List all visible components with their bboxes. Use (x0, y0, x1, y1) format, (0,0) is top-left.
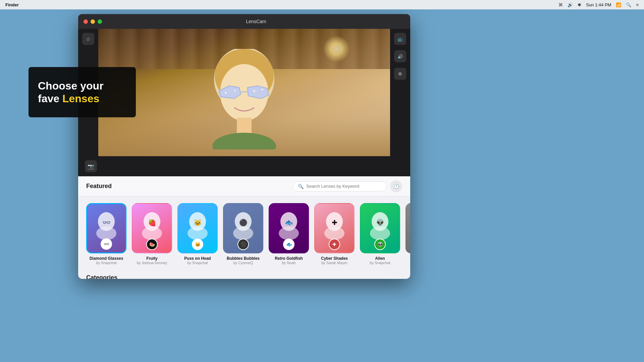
lens-name-cyber-shades: Cyber Shades (321, 256, 348, 261)
lens-author-puss-on-head: by Snapchat (187, 261, 208, 265)
promo-fave: fave (38, 93, 62, 105)
svg-text:✚: ✚ (332, 219, 337, 226)
bottom-controls: 📷 (78, 156, 410, 176)
featured-label: Featured (86, 183, 293, 190)
lens-author-fruity: by Joshua Kenney (137, 261, 167, 265)
lens-thumbnail-alien: 👽 👽 (360, 203, 400, 253)
lens-author-diamond-glasses: by Snapchat (96, 261, 116, 265)
lens-thumbnail-my-twin-sister: 👩 👩 (406, 203, 410, 253)
search-input[interactable] (306, 184, 382, 189)
app-window: LensCam ☆ (78, 14, 410, 279)
categories-label: Categories (78, 272, 410, 279)
person-svg: ✦ ✦ ✦ ✦ (191, 49, 298, 149)
svg-point-16 (142, 227, 162, 240)
star-button[interactable]: ☆ (82, 33, 94, 45)
lens-item-fruity[interactable]: 🍓 🍉 Fruity by Joshua Kenney (132, 203, 172, 265)
minimize-button[interactable] (91, 19, 95, 24)
svg-point-28 (324, 227, 344, 240)
lens-thumbnail-bubbles-bubbles: ⚫ ⚫ (223, 203, 263, 253)
promo-box: Choose your fave Lenses (29, 67, 136, 117)
history-button[interactable]: 🕐 (390, 180, 402, 192)
lens-thumbnail-cyber-shades: ✚ ✚ (314, 203, 355, 253)
lens-item-cyber-shades[interactable]: ✚ ✚ Cyber Shades by Sarah Mayer (314, 203, 355, 265)
lens-name-diamond-glasses: Diamond Glasses (90, 256, 123, 261)
svg-point-11 (212, 133, 276, 149)
spotlight-icon[interactable]: 🔍 (626, 2, 631, 7)
lens-panel: Featured 🔍 🕐 👓 👓 (78, 176, 410, 279)
settings-button[interactable]: ⚙ (394, 68, 406, 80)
window-title: LensCam (107, 19, 405, 24)
menu-bar-right: ⌘ 🔊 ✱ Sun 1:44 PM 📶 🔍 ≡ (558, 2, 639, 7)
creator-icon-diamond-glasses: 👓 (101, 238, 112, 250)
lens-author-retro-goldfish: by Noah (282, 261, 296, 265)
lens-item-my-twin-sister[interactable]: 👩 👩 My Twin Sister by Snapchat (406, 203, 410, 265)
svg-text:⚫: ⚫ (239, 219, 248, 227)
right-controls: 📺 🔊 ⚙ (390, 29, 410, 156)
creator-icon-fruity: 🍉 (146, 239, 158, 250)
volume-button[interactable]: 🔊 (394, 50, 406, 62)
lens-thumbnail-diamond-glasses: 👓 👓 (86, 203, 126, 253)
bluetooth-icon[interactable]: ✱ (578, 2, 581, 7)
svg-point-25 (279, 227, 299, 240)
lens-name-retro-goldfish: Retro Goldfish (275, 256, 303, 261)
lens-item-retro-goldfish[interactable]: 🐟 🐟 Retro Goldfish by Noah (269, 203, 309, 265)
capture-button[interactable]: 📷 (85, 160, 97, 172)
lens-thumbnail-retro-goldfish: 🐟 🐟 (269, 203, 309, 253)
lens-grid: 👓 👓 Diamond Glasses by Snapchat 🍓 (78, 196, 410, 272)
creator-icon-retro-goldfish: 🐟 (283, 239, 294, 250)
promo-highlight: Lenses (62, 93, 99, 105)
svg-text:👓: 👓 (102, 219, 111, 227)
creator-icon-cyber-shades: ✚ (329, 239, 340, 250)
svg-text:✦: ✦ (261, 88, 264, 92)
lens-name-bubbles-bubbles: Bubbles Bubbles (227, 256, 260, 261)
lens-thumbnail-puss-on-head: 🐱 🐱 (177, 203, 218, 253)
svg-point-31 (370, 227, 390, 240)
close-button[interactable] (84, 19, 88, 24)
thumb-content-my-twin-sister: 👩 (406, 204, 410, 253)
lens-author-cyber-shades: by Sarah Mayer (321, 261, 347, 265)
search-bar[interactable]: 🔍 (293, 181, 387, 191)
promo-line2: fave Lenses (38, 92, 126, 105)
lens-item-diamond-glasses[interactable]: 👓 👓 Diamond Glasses by Snapchat (86, 203, 126, 265)
creator-icon-puss-on-head: 🐱 (192, 239, 203, 250)
svg-text:🐟: 🐟 (285, 219, 293, 227)
menu-bar-left: Finder (5, 2, 19, 7)
svg-rect-10 (237, 118, 252, 134)
finder-menu-title[interactable]: Finder (5, 2, 19, 7)
svg-point-19 (187, 227, 208, 240)
lens-item-puss-on-head[interactable]: 🐱 🐱 Puss on Head by Snapchat (177, 203, 218, 265)
svg-text:✦: ✦ (224, 90, 227, 95)
lens-name-puss-on-head: Puss on Head (184, 256, 211, 261)
creator-icon-bubbles-bubbles: ⚫ (237, 239, 249, 250)
svg-marker-4 (248, 86, 268, 99)
control-center-icon[interactable]: ≡ (636, 2, 639, 7)
maximize-button[interactable] (98, 19, 102, 24)
lens-item-bubbles-bubbles[interactable]: ⚫ ⚫ Bubbles Bubbles by CyreneQ (223, 203, 263, 265)
menu-bar-time: Sun 1:44 PM (586, 2, 611, 7)
menu-bar: Finder ⌘ 🔊 ✱ Sun 1:44 PM 📶 🔍 ≡ (0, 0, 644, 9)
title-bar: LensCam (78, 14, 410, 29)
lens-thumbnail-fruity: 🍓 🍉 (132, 203, 172, 253)
svg-point-22 (233, 227, 253, 240)
lens-name-fruity: Fruity (146, 256, 157, 261)
lens-name-alien: Alien (375, 256, 385, 261)
lens-item-alien[interactable]: 👽 👽 Alien by Snapchat (360, 203, 400, 265)
svg-text:✦: ✦ (233, 89, 236, 93)
wifi-icon[interactable]: 📶 (616, 2, 621, 7)
volume-icon[interactable]: 🔊 (568, 2, 573, 7)
search-icon: 🔍 (298, 184, 304, 189)
lens-panel-header: Featured 🔍 🕐 (78, 176, 410, 196)
twitch-button[interactable]: 📺 (394, 33, 406, 45)
airplay-icon: ⌘ (558, 2, 563, 7)
traffic-lights (84, 19, 102, 24)
lens-author-alien: by Snapchat (370, 261, 390, 265)
creator-icon-alien: 👽 (374, 239, 386, 250)
camera-feed: ✦ ✦ ✦ ✦ (98, 29, 390, 156)
svg-text:🍓: 🍓 (148, 219, 156, 227)
svg-text:🐱: 🐱 (194, 219, 202, 227)
svg-text:✦: ✦ (253, 89, 256, 94)
svg-point-13 (96, 227, 116, 240)
promo-line1: Choose your (38, 79, 126, 92)
lens-author-bubbles-bubbles: by CyreneQ (233, 261, 253, 265)
svg-text:👽: 👽 (376, 219, 384, 227)
